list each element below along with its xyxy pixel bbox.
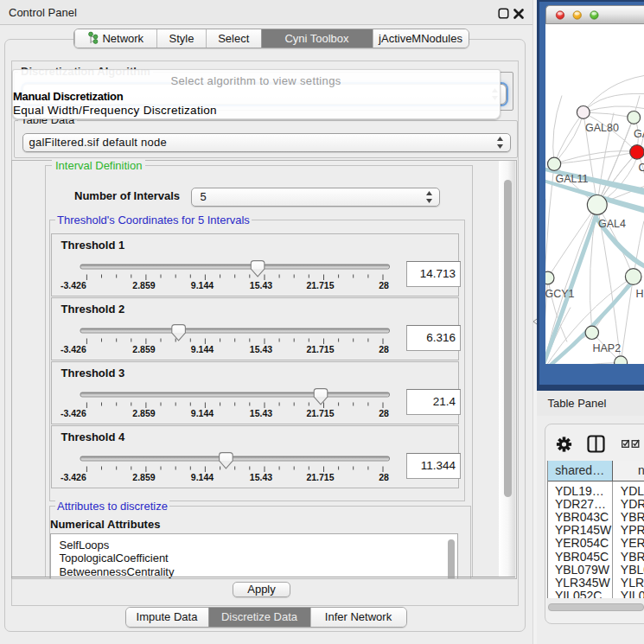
svg-text:9.144: 9.144 xyxy=(190,280,213,290)
svg-text:GAL80: GAL80 xyxy=(585,122,619,134)
svg-text:-3.426: -3.426 xyxy=(61,408,86,418)
svg-text:28: 28 xyxy=(379,472,389,482)
svg-text:15.43: 15.43 xyxy=(249,280,271,290)
svg-text:GCY1: GCY1 xyxy=(545,288,575,300)
svg-text:HAP2: HAP2 xyxy=(593,341,622,354)
svg-text:2.859: 2.859 xyxy=(132,472,155,482)
svg-text:-3.426: -3.426 xyxy=(61,472,86,482)
svg-text:21.715: 21.715 xyxy=(306,472,334,482)
svg-text:28: 28 xyxy=(379,344,389,354)
svg-text:-3.426: -3.426 xyxy=(61,344,86,354)
svg-text:28: 28 xyxy=(379,408,389,418)
svg-text:21.715: 21.715 xyxy=(306,280,334,290)
svg-text:2.859: 2.859 xyxy=(132,408,155,418)
svg-text:15.43: 15.43 xyxy=(249,408,271,418)
svg-text:15.43: 15.43 xyxy=(249,472,271,482)
svg-text:21.715: 21.715 xyxy=(306,408,334,418)
svg-text:HI: HI xyxy=(636,287,644,299)
svg-text:2.859: 2.859 xyxy=(132,280,155,290)
svg-text:GAL11: GAL11 xyxy=(556,173,589,185)
svg-text:C: C xyxy=(639,162,644,174)
svg-text:GA: GA xyxy=(634,128,644,140)
svg-text:9.144: 9.144 xyxy=(190,472,213,482)
svg-text:28: 28 xyxy=(379,280,389,290)
svg-text:9.144: 9.144 xyxy=(190,344,213,354)
svg-text:2.859: 2.859 xyxy=(132,344,155,354)
svg-text:15.43: 15.43 xyxy=(249,344,271,354)
svg-text:-3.426: -3.426 xyxy=(61,280,86,290)
svg-text:GAL4: GAL4 xyxy=(598,217,626,229)
svg-text:21.715: 21.715 xyxy=(306,344,334,354)
svg-text:9.144: 9.144 xyxy=(190,408,213,418)
